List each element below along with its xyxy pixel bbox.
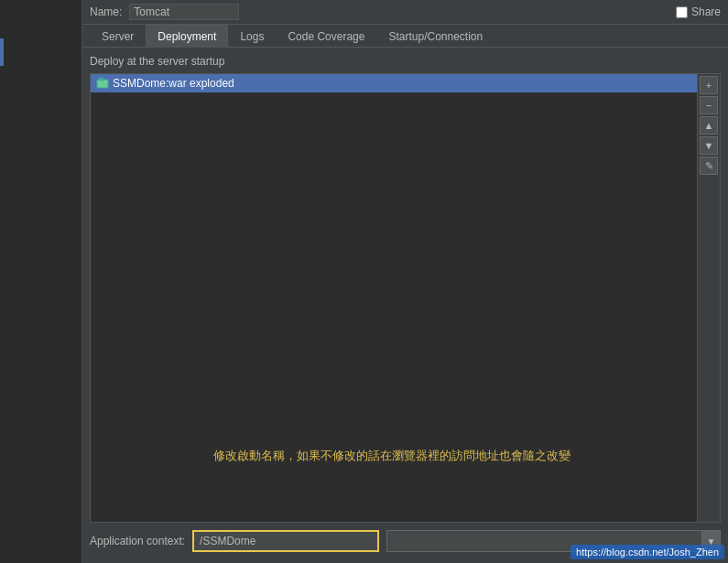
deploy-label: Deploy at the server startup: [90, 55, 721, 68]
tab-code-coverage[interactable]: Code Coverage: [276, 25, 376, 48]
left-sidebar: [0, 0, 82, 563]
annotation-text: 修改啟動名稱，如果不修改的話在瀏覽器裡的訪問地址也會隨之改變: [82, 440, 701, 471]
svg-rect-0: [97, 80, 108, 88]
right-panel: Name: Tomcat Share Server Deployment Log…: [82, 0, 728, 563]
watermark: https://blog.csdn.net/Josh_Zhen: [570, 545, 724, 559]
share-checkbox[interactable]: [676, 6, 688, 18]
tab-logs[interactable]: Logs: [228, 25, 276, 48]
tab-deployment[interactable]: Deployment: [146, 25, 228, 48]
app-context-input-wrap: [192, 530, 379, 552]
main-content: Deploy at the server startup SSMDome:war…: [82, 48, 728, 563]
tab-bar: Server Deployment Logs Code Coverage Sta…: [82, 25, 728, 48]
tab-startup-connection[interactable]: Startup/Connection: [376, 25, 494, 48]
svg-rect-1: [99, 78, 103, 81]
share-area: Share: [676, 5, 721, 18]
move-up-button[interactable]: ▲: [700, 116, 718, 135]
deploy-item[interactable]: SSMDome:war exploded: [91, 74, 697, 92]
add-button[interactable]: +: [700, 76, 718, 94]
sidebar-selection-bar: [0, 38, 4, 66]
edit-button[interactable]: ✎: [700, 157, 718, 175]
name-bar: Name: Tomcat Share: [82, 0, 728, 25]
app-context-input[interactable]: [194, 532, 377, 550]
move-down-button[interactable]: ▼: [700, 136, 718, 155]
name-label: Name:: [90, 5, 122, 18]
deploy-item-label: SSMDome:war exploded: [113, 77, 234, 90]
share-label: Share: [691, 5, 721, 18]
name-value: Tomcat: [129, 4, 239, 20]
deploy-item-icon: [96, 77, 109, 90]
side-buttons: + − ▲ ▼ ✎: [698, 73, 721, 523]
tab-server[interactable]: Server: [90, 25, 146, 48]
app-context-label: Application context:: [90, 535, 185, 547]
remove-button[interactable]: −: [700, 96, 718, 114]
